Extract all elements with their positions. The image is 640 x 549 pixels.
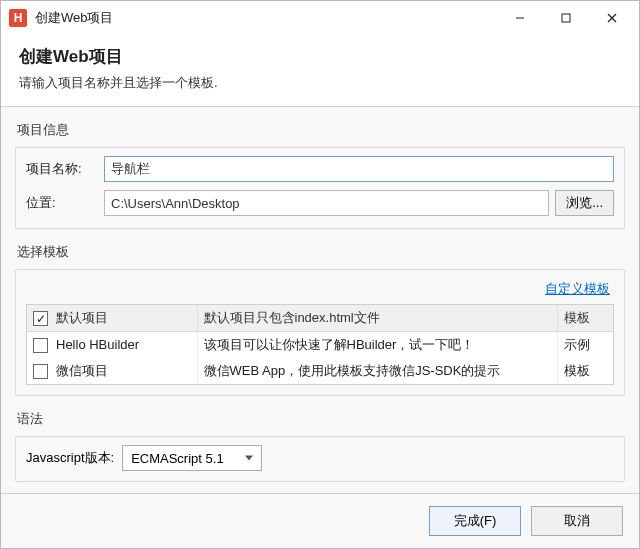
project-name-input[interactable]	[104, 156, 614, 182]
window-controls	[497, 3, 635, 33]
templates-label: 选择模板	[17, 243, 625, 261]
project-name-row: 项目名称:	[26, 156, 614, 182]
dialog-window: H 创建Web项目 创建Web项目 请输入项目名称并且选择一个模板. 项目信息 …	[0, 0, 640, 549]
template-checkbox-icon[interactable]	[33, 338, 48, 353]
project-info-label: 项目信息	[17, 121, 625, 139]
template-row-desc: 微信WEB App，使用此模板支持微信JS-SDK的提示	[197, 358, 557, 384]
project-name-label: 项目名称:	[26, 160, 104, 178]
templates-table: 默认项目默认项目只包含index.html文件模板Hello HBuilder该…	[27, 305, 613, 384]
app-icon: H	[9, 9, 27, 27]
template-row-type: 模板	[557, 305, 613, 332]
template-row-name[interactable]: 默认项目	[27, 305, 197, 332]
finish-button[interactable]: 完成(F)	[429, 506, 521, 536]
maximize-button[interactable]	[543, 3, 589, 33]
dialog-body: 项目信息 项目名称: 位置: 浏览... 选择模板 自定义模板	[1, 107, 639, 493]
template-row-type: 模板	[557, 358, 613, 384]
titlebar: H 创建Web项目	[1, 1, 639, 35]
js-version-label: Javascript版本:	[26, 449, 114, 467]
project-info-group: 项目名称: 位置: 浏览...	[15, 147, 625, 229]
project-location-label: 位置:	[26, 194, 104, 212]
project-location-row: 位置: 浏览...	[26, 190, 614, 216]
svg-rect-1	[562, 14, 570, 22]
template-row-desc: 该项目可以让你快速了解HBuilder，试一下吧！	[197, 332, 557, 359]
syntax-section: 语法 Javascript版本: ECMAScript 5.1	[15, 406, 625, 493]
js-version-row: Javascript版本: ECMAScript 5.1	[26, 445, 614, 471]
templates-section: 选择模板 自定义模板 默认项目默认项目只包含index.html文件模板Hell…	[15, 239, 625, 406]
templates-group: 自定义模板 默认项目默认项目只包含index.html文件模板Hello HBu…	[15, 269, 625, 396]
dialog-footer: 完成(F) 取消	[1, 493, 639, 548]
js-version-value: ECMAScript 5.1	[131, 451, 223, 466]
header-subtitle: 请输入项目名称并且选择一个模板.	[19, 74, 621, 92]
template-checkbox-icon[interactable]	[33, 311, 48, 326]
window-title: 创建Web项目	[35, 9, 497, 27]
minimize-button[interactable]	[497, 3, 543, 33]
template-row-desc: 默认项目只包含index.html文件	[197, 305, 557, 332]
syntax-group: Javascript版本: ECMAScript 5.1	[15, 436, 625, 482]
project-location-input[interactable]	[104, 190, 549, 216]
template-checkbox-icon[interactable]	[33, 364, 48, 379]
template-row-type: 示例	[557, 332, 613, 359]
close-button[interactable]	[589, 3, 635, 33]
templates-table-container: 默认项目默认项目只包含index.html文件模板Hello HBuilder该…	[26, 304, 614, 385]
template-row[interactable]: 微信项目微信WEB App，使用此模板支持微信JS-SDK的提示模板	[27, 358, 613, 384]
syntax-label: 语法	[17, 410, 625, 428]
dialog-header: 创建Web项目 请输入项目名称并且选择一个模板.	[1, 35, 639, 107]
custom-template-link[interactable]: 自定义模板	[545, 280, 610, 298]
project-info-section: 项目信息 项目名称: 位置: 浏览...	[15, 117, 625, 239]
header-title: 创建Web项目	[19, 45, 621, 68]
browse-button[interactable]: 浏览...	[555, 190, 614, 216]
cancel-button[interactable]: 取消	[531, 506, 623, 536]
js-version-select[interactable]: ECMAScript 5.1	[122, 445, 262, 471]
custom-template-row: 自定义模板	[26, 278, 614, 304]
template-row[interactable]: Hello HBuilder该项目可以让你快速了解HBuilder，试一下吧！示…	[27, 332, 613, 359]
